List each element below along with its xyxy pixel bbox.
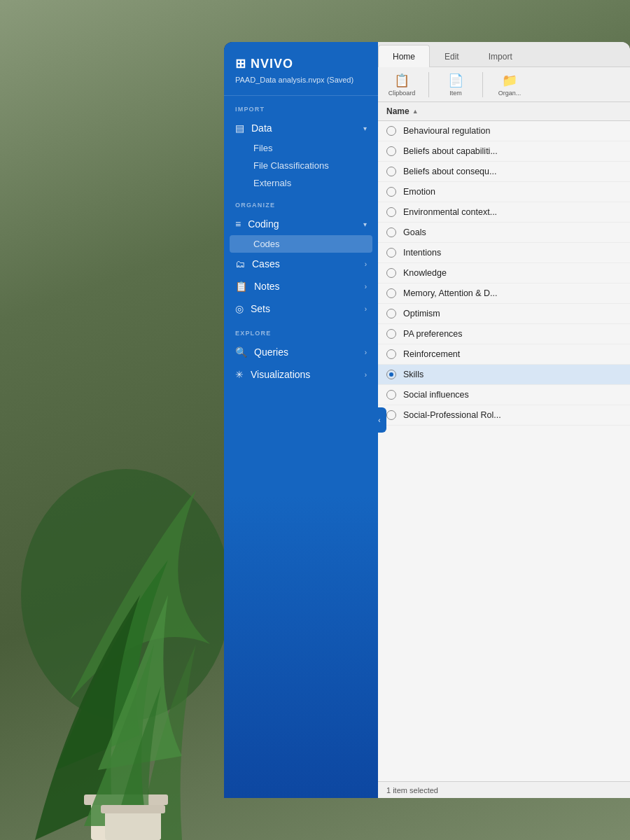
coding-icon: ≡ [235, 218, 241, 230]
sidebar-item-codes[interactable]: Codes [230, 235, 372, 253]
sets-chevron-icon: › [365, 305, 367, 313]
toolbar-divider-1 [428, 72, 429, 97]
tab-bar: Home Edit Import [378, 42, 630, 67]
chevron-down-icon: ▾ [363, 125, 367, 132]
laptop-frame: ⊞ NVIVO PAAD_Data analysis.nvpx (Saved) … [224, 42, 630, 798]
radio-social-influences [386, 390, 396, 400]
toolbar: 📋 Clipboard 📄 Item 📁 Organ... [378, 67, 630, 102]
clipboard-icon: 📋 [394, 73, 410, 88]
sidebar-item-externals[interactable]: Externals [224, 174, 378, 192]
app-name: NVIVO [251, 57, 293, 71]
name-column-label: Name [386, 106, 410, 116]
item-label: Item [449, 90, 462, 97]
tab-home-label: Home [393, 52, 415, 62]
sidebar-item-coding-label: Coding [248, 218, 279, 230]
tab-home[interactable]: Home [378, 45, 430, 67]
tab-edit-label: Edit [444, 52, 459, 62]
list-item-intentions[interactable]: Intentions [378, 243, 630, 263]
list-item-pa-preferences-label: PA preferences [403, 329, 463, 339]
list-item-environmental-context-label: Environmental context... [403, 207, 497, 217]
clipboard-label: Clipboard [388, 90, 416, 97]
radio-skills [386, 370, 396, 379]
queries-chevron-icon: › [365, 349, 367, 356]
sidebar-item-queries-label: Queries [254, 346, 288, 358]
sets-icon: ◎ [235, 303, 244, 314]
sidebar-item-cases-label: Cases [252, 258, 280, 270]
radio-memory-attention [386, 288, 396, 298]
sidebar-item-codes-label: Codes [253, 239, 280, 249]
tab-import-label: Import [489, 52, 512, 62]
list-item-intentions-label: Intentions [403, 248, 441, 258]
list-item-emotion[interactable]: Emotion [378, 182, 630, 202]
list-item-reinforcement[interactable]: Reinforcement [378, 344, 630, 365]
list-item-reinforcement-label: Reinforcement [403, 349, 460, 359]
item-icon: 📄 [448, 73, 463, 88]
list-item-social-influences[interactable]: Social influences [378, 385, 630, 405]
list-item-behavioural-regulation-label: Behavioural regulation [403, 126, 490, 136]
radio-goals [386, 227, 396, 237]
tab-edit[interactable]: Edit [430, 45, 474, 67]
sidebar-item-visualizations-label: Visualizations [251, 369, 310, 380]
list-item-pa-preferences[interactable]: PA preferences [378, 324, 630, 344]
sidebar-collapse-button[interactable]: ‹ [372, 407, 386, 433]
toolbar-organize[interactable]: 📁 Organ... [494, 73, 525, 97]
radio-pa-preferences [386, 329, 396, 339]
sidebar-header: ⊞ NVIVO PAAD_Data analysis.nvpx (Saved) [224, 42, 378, 96]
radio-beliefs-capabilities [386, 146, 396, 156]
organize-label: Organ... [498, 90, 522, 97]
list-item-beliefs-consequences[interactable]: Beliefs about consequ... [378, 162, 630, 182]
toolbar-item[interactable]: 📄 Item [440, 73, 471, 97]
sidebar-item-file-classifications[interactable]: File Classifications [224, 157, 378, 174]
organize-icon: 📁 [502, 73, 517, 88]
list-item-behavioural-regulation[interactable]: Behavioural regulation [378, 121, 630, 141]
main-content: Home Edit Import 📋 Clipboard 📄 Item [378, 42, 630, 798]
list-item-goals-label: Goals [403, 227, 426, 237]
list-item-beliefs-capabilities[interactable]: Beliefs about capabiliti... [378, 141, 630, 162]
sidebar-item-cases[interactable]: 🗂 Cases › [224, 253, 378, 275]
list-item-memory-attention[interactable]: Memory, Attention & D... [378, 284, 630, 304]
sidebar-item-sets[interactable]: ◎ Sets › [224, 298, 378, 320]
status-text: 1 item selected [386, 786, 438, 794]
radio-knowledge [386, 268, 396, 278]
sidebar-item-data-label: Data [251, 122, 272, 134]
logo-icon: ⊞ [235, 56, 246, 71]
list-item-optimism[interactable]: Optimism [378, 304, 630, 324]
sidebar: ⊞ NVIVO PAAD_Data analysis.nvpx (Saved) … [224, 42, 378, 798]
sidebar-item-notes-label: Notes [254, 281, 280, 292]
queries-icon: 🔍 [235, 346, 247, 358]
list-item-knowledge[interactable]: Knowledge [378, 263, 630, 284]
list-item-social-professional[interactable]: Social-Professional Rol... [378, 405, 630, 426]
visualizations-chevron-icon: › [365, 371, 367, 379]
sidebar-item-files[interactable]: Files [224, 139, 378, 157]
list-item-skills[interactable]: Skills [378, 365, 630, 385]
list-item-skills-label: Skills [403, 370, 424, 379]
sidebar-item-data[interactable]: ▤ Data ▾ [224, 117, 378, 139]
radio-behavioural-regulation [386, 126, 396, 136]
list-item-environmental-context[interactable]: Environmental context... [378, 202, 630, 223]
sidebar-item-queries[interactable]: 🔍 Queries › [224, 341, 378, 363]
sort-asc-icon[interactable]: ▲ [412, 108, 419, 115]
toolbar-clipboard[interactable]: 📋 Clipboard [386, 73, 417, 97]
sidebar-item-visualizations[interactable]: ✳ Visualizations › [224, 363, 378, 386]
import-section-label: IMPORT [224, 96, 378, 117]
toolbar-divider-2 [482, 72, 483, 97]
data-icon: ▤ [235, 122, 244, 134]
explore-section-label: EXPLORE [224, 320, 378, 341]
sidebar-item-notes[interactable]: 📋 Notes › [224, 275, 378, 298]
list-item-memory-attention-label: Memory, Attention & D... [403, 288, 498, 298]
screen-area: ⊞ NVIVO PAAD_Data analysis.nvpx (Saved) … [224, 42, 630, 798]
list-items-container: Behavioural regulation Beliefs about cap… [378, 121, 630, 781]
radio-optimism [386, 309, 396, 318]
list-item-optimism-label: Optimism [403, 309, 440, 318]
list-item-beliefs-capabilities-label: Beliefs about capabiliti... [403, 146, 498, 156]
radio-environmental-context [386, 207, 396, 217]
status-bar: 1 item selected [378, 781, 630, 798]
list-item-goals[interactable]: Goals [378, 223, 630, 243]
sidebar-item-coding[interactable]: ≡ Coding ▾ [224, 213, 378, 235]
radio-emotion [386, 187, 396, 197]
tab-import[interactable]: Import [474, 45, 527, 67]
cases-icon: 🗂 [235, 258, 245, 270]
radio-beliefs-consequences [386, 167, 396, 176]
list-item-beliefs-consequences-label: Beliefs about consequ... [403, 167, 496, 176]
list-item-knowledge-label: Knowledge [403, 268, 447, 278]
